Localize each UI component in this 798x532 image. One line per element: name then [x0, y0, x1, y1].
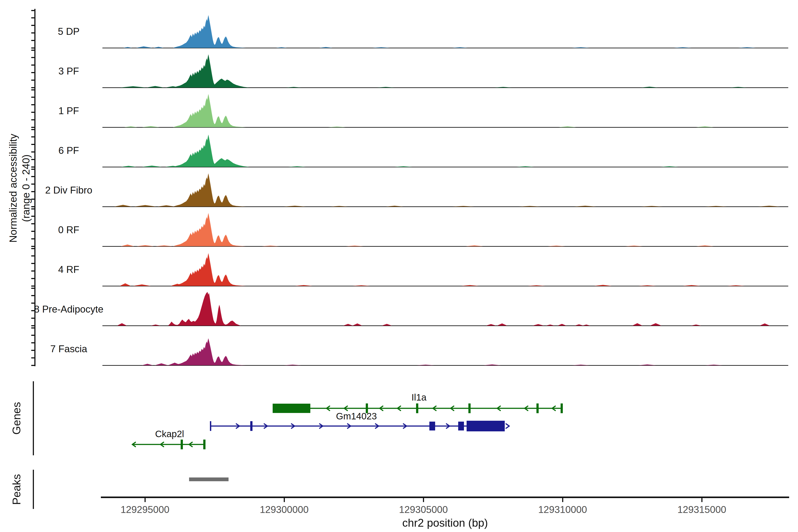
gene-models-layer — [0, 0, 798, 532]
x-axis-tick-label: 129305000 — [399, 504, 448, 515]
x-axis-tick — [145, 498, 146, 502]
gene-tss-bar — [210, 421, 211, 431]
gene-exon-bar — [250, 421, 252, 431]
strand-arrow-right — [506, 424, 509, 428]
x-axis-tick — [284, 498, 285, 502]
x-axis-tick-label: 129310000 — [538, 504, 587, 515]
x-axis-tick-label: 129315000 — [678, 504, 726, 515]
gene-exon-bar — [536, 403, 539, 413]
gene-exon-bar — [416, 403, 418, 413]
gene-exon-bar — [560, 403, 563, 413]
gene-exon-bar — [468, 403, 471, 413]
x-axis-tick-label: 129300000 — [260, 504, 308, 515]
gene-exon-bar — [366, 403, 368, 413]
gene-exon-bar — [180, 440, 183, 449]
x-axis-tick — [701, 498, 702, 502]
x-axis-line — [101, 496, 789, 498]
gene-exon-bar — [203, 440, 206, 449]
gene-exon-box — [467, 421, 505, 431]
gene-exon-box — [458, 422, 464, 431]
gene-utr-box — [273, 404, 310, 413]
x-axis-tick — [562, 498, 563, 502]
x-axis-tick — [423, 498, 424, 502]
gene-exon-box — [430, 422, 435, 431]
coverage-plot-figure: Normalized accessibility (range 0 - 240)… — [0, 0, 798, 532]
x-axis-tick-label: 129295000 — [120, 504, 169, 515]
called-peak-bar — [189, 477, 229, 481]
